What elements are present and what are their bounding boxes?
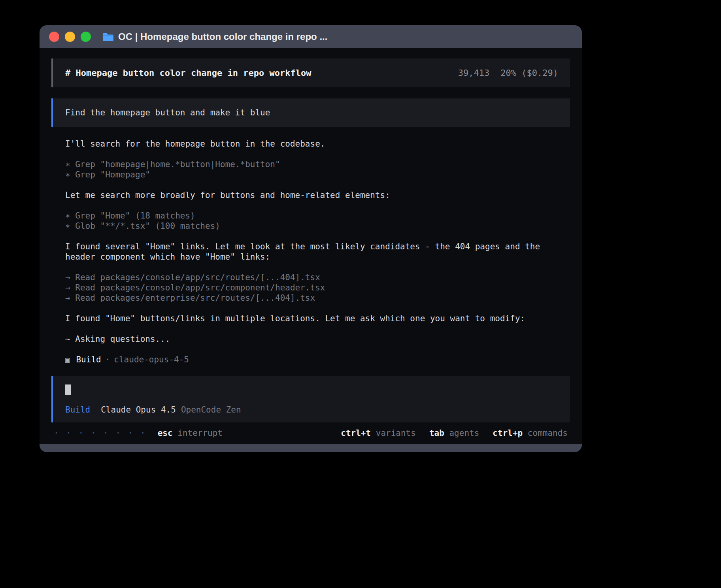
window-bottom-edge [40,444,582,452]
input-mode: Build [65,405,90,415]
tool-call-block: → Read packages/console/app/src/routes/[… [65,272,570,303]
text-cursor [65,384,71,395]
user-message: Find the homepage button and make it blu… [51,98,570,127]
prompt-input[interactable]: Build Claude Opus 4.5 OpenCode Zen [51,376,570,422]
traffic-lights [49,32,91,42]
assistant-text: ~ Asking questions... [65,334,570,344]
session-stats: 39,413 20% ($0.29) [458,68,558,78]
input-model: Claude Opus 4.5 [101,405,176,415]
agent-square-icon: ▣ [65,354,70,365]
session-header: # Homepage button color change in repo w… [51,58,570,87]
input-provider: OpenCode Zen [181,405,241,415]
assistant-text: Let me search more broadly for buttons a… [65,190,570,200]
window-titlebar[interactable]: OC | Homepage button color change in rep… [40,25,582,48]
status-bar: · · · · · · · · esc interrupt ctrl+t var… [51,427,570,439]
assistant-text: I found "Home" buttons/links in multiple… [65,313,570,324]
terminal-window: OC | Homepage button color change in rep… [40,25,582,452]
assistant-text: I found several "Home" links. Let me loo… [65,241,570,262]
token-count: 39,413 [458,68,489,78]
conversation: I'll search for the homepage button in t… [65,139,570,344]
minimize-window-button[interactable] [65,32,75,42]
session-title: # Homepage button color change in repo w… [65,68,311,78]
statusbar-right: ctrl+t variantstab agentsctrl+p commands [341,428,568,438]
tool-call-block: ∗ Grep "homepage|home.*button|Home.*butt… [65,159,570,180]
zoom-window-button[interactable] [81,32,91,42]
window-title: OC | Homepage button color change in rep… [118,31,327,42]
close-window-button[interactable] [49,32,59,42]
context-cost: 20% ($0.29) [500,68,558,78]
agent-name: Build [76,354,101,365]
keyboard-hint-esc: esc interrupt [158,428,223,438]
folder-icon [103,32,113,41]
user-message-text: Find the homepage button and make it blu… [65,108,270,117]
tool-call-block: ∗ Grep "Home" (18 matches)∗ Glob "**/*.t… [65,211,570,231]
keyboard-hint-ctrl-t: ctrl+t variants [341,428,416,438]
agent-status-line: ▣ Build · claude-opus-4-5 [65,354,570,365]
input-status-row: Build Claude Opus 4.5 OpenCode Zen [65,405,559,415]
keyboard-hint-tab: tab agents [429,428,479,438]
keyboard-hint-ctrl-p: ctrl+p commands [493,428,568,438]
assistant-text: I'll search for the homepage button in t… [65,139,570,149]
spinner-dots: · · · · · · · · [54,428,147,438]
agent-model: claude-opus-4-5 [114,354,189,365]
agent-separator: · [105,354,110,365]
statusbar-left: · · · · · · · · esc interrupt [54,428,223,438]
terminal-content: # Homepage button color change in repo w… [40,48,582,444]
